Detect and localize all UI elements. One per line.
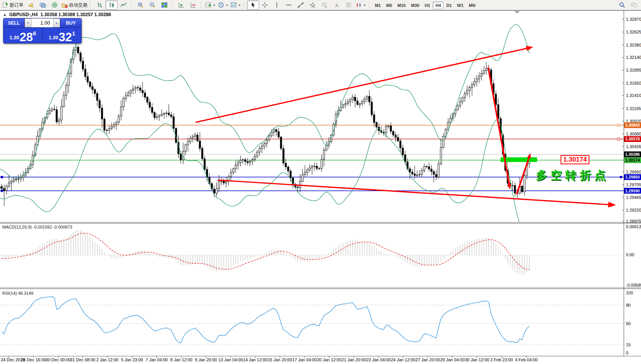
candles-chart-icon <box>109 2 115 8</box>
svg-text:50: 50 <box>626 321 631 326</box>
buy-price-big: 32 <box>59 32 72 42</box>
svg-text:80: 80 <box>626 303 631 307</box>
text-label-icon: T <box>345 2 351 8</box>
auto-scroll-button[interactable] <box>175 0 187 10</box>
line-chart-button[interactable] <box>117 0 129 10</box>
tf-button-m1[interactable]: M1 <box>372 2 383 9</box>
svg-text:1.29850: 1.29850 <box>625 175 640 179</box>
signals-button[interactable] <box>49 0 60 10</box>
axes: 1.328701.326251.323801.321401.318951.316… <box>0 10 641 356</box>
chevron-down-icon: ▼ <box>213 4 216 7</box>
horizontal-line-button[interactable] <box>283 0 295 10</box>
periods-button[interactable]: ▼ <box>217 0 229 10</box>
text-icon: A <box>333 2 340 8</box>
price-annotation[interactable]: 1.30174 <box>561 155 589 164</box>
svg-text:1.30843: 1.30843 <box>625 123 640 127</box>
svg-text:1.31895: 1.31895 <box>626 68 641 72</box>
zoom-in-button[interactable] <box>134 0 146 10</box>
svg-text:1.31650: 1.31650 <box>626 81 641 85</box>
macd-label: MACD(12,26,9) -0.001592 -0.000873 <box>2 225 72 229</box>
svg-text:24 Jan 12:00: 24 Jan 12:00 <box>391 357 415 362</box>
data-window-button[interactable] <box>37 0 49 10</box>
svg-text:T: T <box>347 3 350 7</box>
volume-increase-button[interactable]: ▲ <box>53 18 60 27</box>
chart-ohlc-values: 1.30358 1.30369 1.30257 1.30286 <box>40 12 111 17</box>
tf-button-w1[interactable]: W1 <box>454 2 466 9</box>
text-button[interactable]: A <box>331 0 343 10</box>
chevron-down-icon: ▼ <box>226 4 228 7</box>
new-order-icon <box>2 2 8 8</box>
toolbar-separator <box>369 2 371 9</box>
buy-button[interactable]: BUY <box>60 18 81 27</box>
chat-icon <box>631 2 638 8</box>
svg-text:17 Jan 04:00: 17 Jan 04:00 <box>292 357 317 362</box>
svg-text:29 Jan 04:00: 29 Jan 04:00 <box>440 357 465 362</box>
tf-button-h1[interactable]: H1 <box>422 2 433 9</box>
svg-text:1.32870: 1.32870 <box>626 17 641 22</box>
cursor-button[interactable] <box>247 0 259 10</box>
market-watch-button[interactable] <box>25 0 37 10</box>
svg-text:E: E <box>313 6 315 8</box>
svg-text:15: 15 <box>626 342 631 347</box>
svg-text:1.30435: 1.30435 <box>626 144 641 149</box>
svg-text:5 Jan 23:00: 5 Jan 23:00 <box>121 357 143 362</box>
sell-button[interactable]: SELL <box>3 18 24 27</box>
volume-decrease-button[interactable]: ▼ <box>25 18 32 27</box>
sell-price-sup: 6 <box>33 30 36 37</box>
chart-annotations[interactable] <box>1 46 622 207</box>
fibonacci-button[interactable]: F <box>319 0 331 10</box>
tf-button-h4[interactable]: H4 <box>433 2 444 9</box>
svg-text:1.29590: 1.29590 <box>625 189 640 193</box>
rsi-name: RSI(14) <box>2 291 17 296</box>
svg-text:0: 0 <box>626 351 628 355</box>
volume-value[interactable]: 1.00 <box>32 18 53 27</box>
chart-plot[interactable]: 1.328701.326251.323801.321401.318951.316… <box>0 10 641 364</box>
search-button[interactable] <box>616 0 628 10</box>
rsi-value: 46.3149 <box>18 291 33 296</box>
svg-text:27 Jan 20:00: 27 Jan 20:00 <box>415 357 440 362</box>
new-order-button[interactable]: 新订单 <box>1 0 25 10</box>
market-watch-icon <box>28 2 34 8</box>
svg-text:F: F <box>325 6 327 8</box>
tf-button-d1[interactable]: D1 <box>444 2 454 9</box>
chat-button[interactable] <box>628 0 640 10</box>
templates-button[interactable]: ▼ <box>229 0 242 10</box>
tile-windows-button[interactable] <box>158 0 170 10</box>
arrows-icon <box>356 2 362 8</box>
bars-chart-button[interactable] <box>94 0 105 10</box>
sell-price[interactable]: 1.30 28 6 <box>3 28 43 43</box>
turning-point-annotation[interactable]: 多空转折点 <box>536 168 609 183</box>
arrows-button[interactable]: ▼ <box>355 0 367 10</box>
chart-shift-marker <box>514 11 520 13</box>
chart-shift-button[interactable] <box>187 0 199 10</box>
vertical-line-button[interactable] <box>271 0 283 10</box>
chart-window: 1.328701.326251.323801.321401.318951.316… <box>0 10 641 364</box>
equidistant-channel-button[interactable]: E <box>307 0 319 10</box>
candles-chart-button[interactable] <box>105 0 117 10</box>
line-chart-icon <box>121 2 127 8</box>
time-axis[interactable]: 24 Dec 201926 Dec 16:0030 Dec 00:0031 De… <box>1 356 537 362</box>
text-label-button[interactable]: T <box>343 0 355 10</box>
svg-text:21 Jan 20:00: 21 Jan 20:00 <box>341 357 366 362</box>
line-handle <box>620 176 622 178</box>
tf-button-mn[interactable]: MN <box>466 2 478 9</box>
zoom-out-icon <box>149 2 156 8</box>
horizontal-line-icon <box>286 2 292 8</box>
tf-button-m30[interactable]: M30 <box>408 2 422 9</box>
trendline-button[interactable] <box>295 0 307 10</box>
zoom-out-button[interactable] <box>146 0 158 10</box>
buy-price[interactable]: 1.30 32 1 <box>43 28 82 43</box>
chevron-down-icon: ▼ <box>27 22 30 24</box>
trendline-icon <box>298 2 304 8</box>
crosshair-button[interactable] <box>259 0 271 10</box>
svg-text:0.00: 0.00 <box>626 252 634 257</box>
tf-button-m15[interactable]: M15 <box>395 2 408 9</box>
one-click-collapse-icon[interactable]: ▲ <box>3 13 7 17</box>
indicators-button[interactable]: ▼ <box>204 0 217 10</box>
tf-button-m5[interactable]: M5 <box>383 2 395 9</box>
line-handle <box>618 138 620 140</box>
autotrading-button[interactable]: 自动交易 <box>60 0 89 10</box>
chart-shift-icon <box>190 2 196 8</box>
svg-text:8 Jan 12:00: 8 Jan 12:00 <box>170 357 192 362</box>
svg-text:1.29465: 1.29465 <box>626 195 641 200</box>
